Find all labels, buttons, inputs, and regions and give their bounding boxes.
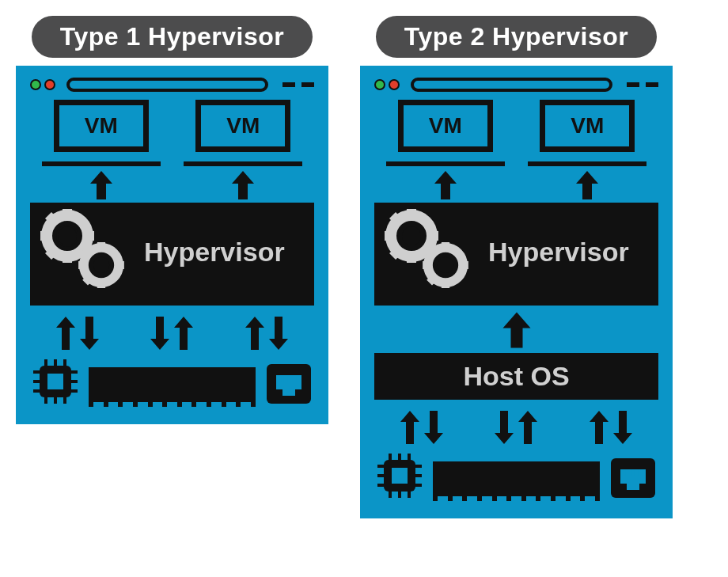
diagram-container: Type 1 Hypervisor VM VM [16,16,712,518]
type2-window: VM VM [360,66,673,518]
vm-box: VM [398,100,493,166]
cpu-icon [374,450,425,501]
window-titlebar [374,78,658,92]
up-arrow-icon [430,169,461,201]
window-control-dash [282,82,295,87]
up-arrow-icon [571,169,603,201]
traffic-light-red [44,79,55,90]
vm-row: VM VM [374,100,658,166]
up-arrow-icon [497,310,537,350]
hypervisor-layer: Hypervisor [374,203,658,306]
laptop-base [528,161,646,166]
svg-rect-28 [392,468,408,484]
host-os-layer: Host OS [374,353,658,400]
hardware-row [374,450,658,501]
ram-icon [433,461,600,501]
vm-row: VM VM [30,100,314,166]
address-bar [411,78,612,92]
type2-column: Type 2 Hypervisor VM VM [360,16,673,518]
vm-box: VM [54,100,149,166]
type1-window: VM VM [16,66,328,424]
svg-point-24 [402,226,421,245]
gears-icon [384,208,479,295]
gears-icon [40,208,135,295]
updown-arrow-icon [54,313,101,353]
vm-label: VM [398,100,493,152]
updown-arrow-icon [587,408,635,447]
vm-box: VM [540,100,635,166]
svg-point-2 [58,226,77,245]
svg-point-4 [93,257,109,273]
laptop-base [386,161,505,166]
vm-label: VM [540,100,635,152]
svg-rect-6 [47,374,63,389]
type1-title: Type 1 Hypervisor [32,16,313,58]
svg-point-26 [438,257,453,273]
arrow-row [374,310,658,350]
window-control-dash [627,82,639,87]
ram-icon [89,367,256,407]
updown-arrow-icon [398,408,446,447]
arrow-row [30,169,314,201]
ethernet-icon [264,361,314,407]
arrow-row [374,169,658,201]
laptop-base [42,161,161,166]
updown-arrow-icon [148,313,195,353]
updown-arrow-icon [243,313,290,353]
vm-label: VM [195,100,290,152]
hypervisor-label: Hypervisor [488,237,629,268]
window-control-dash [301,82,314,87]
window-titlebar [30,78,314,92]
cpu-icon [30,356,81,407]
vm-label: VM [54,100,149,152]
hypervisor-layer: Hypervisor [30,203,314,306]
window-control-dash [646,82,658,87]
traffic-light-green [30,79,41,90]
hardware-arrow-row [30,313,314,353]
hardware-arrow-row [374,408,658,447]
hardware-row [30,356,314,407]
type1-column: Type 1 Hypervisor VM VM [16,16,328,424]
traffic-light-green [374,79,385,90]
vm-box: VM [195,100,290,166]
traffic-light-red [389,79,400,90]
address-bar [66,78,268,92]
type2-title: Type 2 Hypervisor [376,16,658,58]
updown-arrow-icon [492,408,540,447]
laptop-base [184,161,302,166]
up-arrow-icon [85,169,117,201]
ethernet-icon [608,455,658,501]
hypervisor-label: Hypervisor [144,237,285,268]
up-arrow-icon [227,169,259,201]
